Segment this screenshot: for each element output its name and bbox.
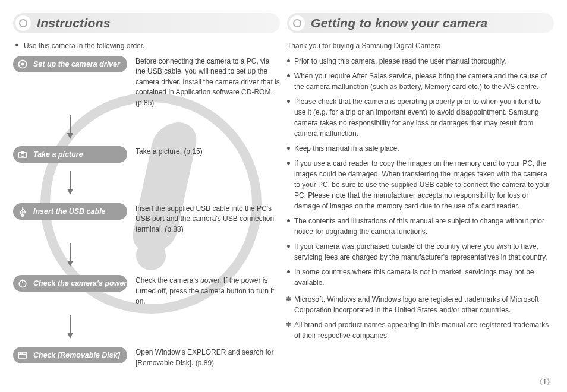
right-heading: Getting to know your camera (287, 13, 554, 33)
list-item: When you require After Sales service, pl… (287, 71, 554, 92)
list-item: Microsoft, Windows and Windows logo are … (287, 294, 554, 315)
list-item: The contents and illustrations of this m… (287, 216, 554, 237)
svg-point-20 (20, 353, 21, 353)
step-row: Check the camera's power Check the camer… (13, 275, 280, 306)
list-item: Please check that the camera is operatin… (287, 96, 554, 139)
list-item: Prior to using this camera, please read … (287, 56, 554, 67)
disk-icon (15, 348, 30, 362)
list-item: If your camera was purchased outside of … (287, 241, 554, 263)
arrow-down-icon (66, 242, 74, 268)
step-desc: Insert the supplied USB cable into the P… (136, 203, 280, 235)
step-row: Set up the camera driver Before connecti… (13, 56, 280, 108)
svg-point-1 (21, 63, 23, 65)
power-icon (15, 276, 30, 290)
svg-point-11 (20, 212, 21, 214)
step-arrow-row (13, 112, 280, 143)
left-title: Instructions (13, 13, 280, 33)
svg-marker-8 (67, 189, 73, 195)
cd-icon (15, 57, 30, 71)
step-label: Set up the camera driver (33, 60, 120, 68)
right-title: Getting to know your camera (287, 13, 554, 33)
svg-point-5 (21, 153, 24, 156)
svg-point-21 (22, 353, 23, 353)
usb-icon (15, 204, 30, 219)
step-pill-photo: Take a picture (13, 146, 127, 163)
step-pill-power: Check the camera's power (13, 275, 127, 292)
step-arrow-row (13, 238, 280, 271)
arrow-down-icon (66, 114, 74, 140)
manual-page: Instructions Use this camera in the foll… (0, 0, 567, 392)
step-desc: Before connecting the camera to a PC, vi… (136, 56, 280, 108)
right-column: Getting to know your camera Thank you fo… (287, 13, 554, 386)
list-item: In some countries where this camera is n… (287, 267, 554, 288)
step-arrow-row (13, 166, 280, 200)
page-number: 《1》 (536, 377, 554, 387)
step-pill-disk: Check [Removable Disk] (13, 347, 127, 363)
arrow-down-icon (66, 314, 74, 340)
arrow-down-icon (66, 170, 74, 196)
notes-list: Microsoft, Windows and Windows logo are … (287, 294, 554, 341)
svg-marker-13 (67, 261, 73, 267)
intro-text: Use this camera in the following order. (24, 42, 280, 50)
steps-area: Set up the camera driver Before connecti… (13, 56, 280, 353)
step-desc: Take a picture. (p.15) (136, 146, 280, 157)
left-heading: Instructions (13, 13, 280, 33)
steps-list: Set up the camera driver Before connecti… (13, 56, 280, 368)
step-row: Take a picture Take a picture. (p.15) (13, 146, 280, 163)
bullet-list: Prior to using this camera, please read … (287, 56, 554, 288)
svg-marker-3 (67, 133, 73, 139)
list-item: All brand and product names appearing in… (287, 320, 554, 341)
step-label: Take a picture (33, 150, 83, 159)
left-column: Instructions Use this camera in the foll… (13, 13, 280, 386)
step-row: Insert the USB cable Insert the supplied… (13, 203, 280, 235)
step-desc: Check the camera's power. If the power i… (136, 275, 280, 306)
step-label: Insert the USB cable (33, 207, 106, 216)
camera-icon (15, 147, 30, 162)
list-item: If you use a card reader to copy the ima… (287, 158, 554, 211)
thanks-text: Thank you for buying a Samsung Digital C… (287, 42, 554, 50)
step-desc: Open Window's EXPLORER and search for [R… (136, 347, 280, 368)
step-row: Check [Removable Disk] Open Window's EXP… (13, 347, 280, 368)
step-pill-driver: Set up the camera driver (13, 56, 127, 72)
svg-marker-17 (67, 333, 73, 339)
svg-rect-10 (24, 211, 26, 213)
step-label: Check [Removable Disk] (33, 351, 120, 359)
step-arrow-row (13, 310, 280, 343)
list-item: Keep this manual in a safe place. (287, 143, 554, 154)
svg-rect-6 (21, 151, 24, 152)
step-label: Check the camera's power (33, 279, 127, 287)
svg-point-9 (21, 214, 23, 216)
step-pill-usb: Insert the USB cable (13, 203, 127, 220)
